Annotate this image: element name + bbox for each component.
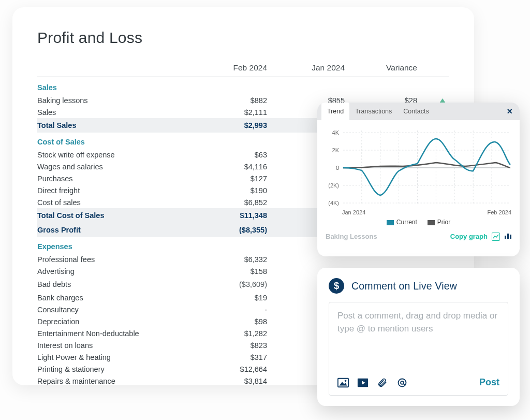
image-icon[interactable] (337, 378, 349, 388)
svg-point-18 (345, 380, 347, 382)
close-icon[interactable]: × (504, 106, 516, 117)
comment-placeholder: Post a comment, drag and drop media or t… (337, 310, 499, 377)
post-button[interactable]: Post (479, 377, 499, 388)
chart-svg (326, 127, 511, 215)
series-prior (343, 163, 510, 168)
comment-input[interactable]: Post a comment, drag and drop media or t… (329, 302, 508, 396)
chart-legend: Current Prior (317, 219, 520, 226)
series-name: Baking Lessons (326, 233, 377, 240)
svg-marker-17 (340, 382, 347, 385)
line-chart-icon[interactable] (492, 233, 500, 241)
tab-transactions[interactable]: Transactions (349, 103, 398, 120)
svg-point-21 (399, 379, 406, 386)
trend-tabs: Trend Transactions Contacts × (317, 103, 520, 120)
category-sales: Sales (37, 77, 449, 95)
tab-trend[interactable]: Trend (321, 103, 349, 120)
legend-label: Current (396, 219, 417, 226)
legend-swatch-current (387, 220, 394, 225)
table-header-row: Feb 2024 Jan 2024 Variance (37, 63, 449, 77)
bar-chart-icon[interactable] (504, 232, 511, 241)
copy-graph-button[interactable]: Copy graph (450, 233, 488, 240)
col-variance: Variance (353, 63, 436, 77)
col-feb: Feb 2024 (198, 63, 275, 77)
tab-contacts[interactable]: Contacts (398, 103, 434, 120)
mention-icon[interactable] (396, 378, 408, 388)
legend-label: Prior (437, 219, 450, 226)
page-title: Profit and Loss (37, 29, 449, 47)
legend-swatch-prior (428, 220, 435, 225)
trend-popover: Trend Transactions Contacts × 4K 2K 0 (2… (317, 103, 520, 256)
trend-chart: 4K 2K 0 (2K) (4K) Jan 2024 Feb 2024 (326, 127, 511, 215)
video-icon[interactable] (357, 378, 369, 388)
attachment-icon[interactable] (377, 378, 388, 388)
svg-rect-15 (510, 235, 511, 239)
dollar-icon: $ (329, 278, 344, 294)
svg-rect-16 (338, 378, 348, 387)
comment-title: Comment on Live View (351, 280, 457, 292)
svg-rect-14 (507, 234, 509, 239)
comment-panel: $ Comment on Live View Post a comment, d… (317, 268, 520, 406)
svg-rect-13 (505, 236, 506, 239)
col-jan: Jan 2024 (275, 63, 353, 77)
